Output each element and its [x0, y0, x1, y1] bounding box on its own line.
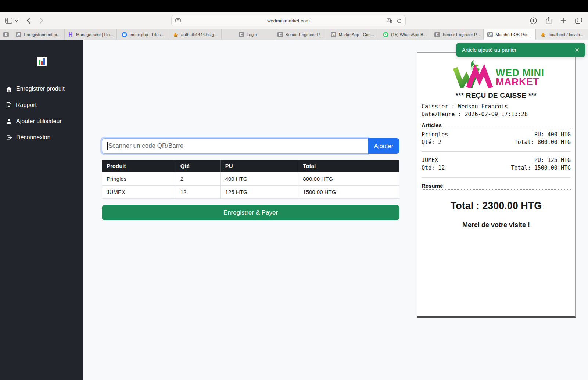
receipt-panel: WED MINI MARKET *** REÇU DE CAISSE *** C… [417, 52, 576, 318]
toast-message: Article ajouté au panier [462, 47, 516, 53]
svg-text:PMA: PMA [174, 36, 177, 37]
report-icon [6, 102, 12, 108]
tab-whatsapp[interactable]: (15) WhatsApp B... [379, 29, 431, 40]
receipt-item-line: JUMEX PU: 125 HTG [422, 157, 571, 164]
header-produit: Produit [102, 160, 176, 172]
tab-senior-engineer-2[interactable]: C Senior Engineer P... [431, 29, 484, 40]
cell-total: 1500.00 HTG [298, 186, 399, 199]
c-favicon: C [434, 32, 440, 37]
pos-content: Article ajouté au panier ✕ Ajouter Produ… [83, 40, 588, 380]
text-caret [107, 142, 108, 150]
table-header-row: Produit Qté PU Total [102, 160, 399, 172]
new-tab-icon[interactable] [560, 18, 566, 24]
sidebar-item-label: Enregistrer produit [16, 86, 65, 92]
cell-qte: 2 [176, 172, 220, 186]
receipt-title: *** REÇU DE CAISSE *** [422, 92, 571, 100]
receipt-total: Total : 2300.00 HTG [422, 200, 571, 212]
header-total: Total [298, 160, 399, 172]
tab-pinned-s[interactable]: S [0, 29, 12, 40]
sidebar-item-label: Rapport [16, 102, 37, 108]
header-qte: Qté [176, 160, 220, 172]
svg-text:文: 文 [390, 21, 392, 23]
svg-text:A: A [388, 19, 390, 22]
translate-icon[interactable]: A 文 [387, 18, 392, 23]
cell-produit: Pringles [102, 172, 176, 186]
receipt-cashier: Caissier : Wedson Francois [422, 103, 571, 110]
phpmyadmin-favicon: PMA [541, 32, 546, 37]
sidebar-item-label: Déconnexion [16, 134, 50, 141]
chevron-down-icon[interactable] [15, 19, 18, 22]
w-favicon: W [16, 32, 21, 37]
tab-localhost[interactable]: PMA localhost / localh... [536, 29, 588, 40]
sidebar-item-deconnexion[interactable]: Déconnexion [0, 129, 83, 146]
tab-index-php[interactable]: index.php - Files... [117, 29, 169, 40]
w-favicon: W [487, 32, 493, 37]
s-favicon: S [3, 32, 9, 37]
hostinger-favicon [68, 32, 74, 37]
cell-pu: 125 HTG [220, 186, 298, 199]
item-divider [422, 151, 571, 152]
tab-enregistrement[interactable]: W Enregistrement pr... [12, 29, 65, 40]
svg-text:MARKET: MARKET [496, 76, 539, 87]
c-favicon: C [277, 32, 283, 37]
wed-mini-market-logo: WED MINI MARKET [449, 59, 544, 88]
receipt-articles-label: Articles [422, 122, 571, 128]
cell-total: 800.00 HTG [298, 172, 399, 186]
receipt-thanks: Merci de votre visite ! [422, 221, 571, 229]
app-logo [37, 57, 47, 66]
scan-input-wrapper [102, 138, 368, 154]
back-icon[interactable] [26, 17, 31, 24]
receipt-summary-label: Résumé [422, 183, 571, 189]
forward-icon [39, 17, 43, 24]
svg-text:PMA: PMA [542, 36, 545, 37]
toast-close-icon[interactable]: ✕ [574, 47, 580, 53]
table-row: Pringles 2 400 HTG 800.00 HTG [102, 172, 399, 186]
macos-menubar [0, 0, 588, 12]
scan-input[interactable] [108, 139, 368, 153]
item-divider [422, 177, 571, 178]
cell-pu: 400 HTG [220, 172, 298, 186]
w-favicon: W [331, 32, 336, 37]
sidebar-item-label: Ajouter utilisateur [16, 118, 62, 125]
receipt-item-line: Pringles PU: 400 HTG [422, 131, 571, 138]
whatsapp-favicon [383, 32, 388, 37]
tab-strip: S W Enregistrement pr... Management | Ho… [0, 29, 588, 40]
tab-overview-icon[interactable] [575, 18, 582, 24]
tab-marche-pos-active[interactable]: W Marché POS Das... [484, 29, 536, 40]
dotted-divider [422, 189, 571, 190]
tab-auth-db[interactable]: PMA auth-db1444.hstg... [169, 29, 222, 40]
home-icon [6, 86, 12, 92]
tab-login[interactable]: C Login [222, 29, 274, 40]
cart-table: Produit Qté PU Total Pringles 2 400 HTG … [102, 160, 399, 199]
tab-management[interactable]: Management | Ho... [65, 29, 117, 40]
tab-senior-engineer-1[interactable]: C Senior Engineer P... [274, 29, 327, 40]
sidebar-item-ajouter-utilisateur[interactable]: Ajouter utilisateur [0, 113, 83, 129]
user-icon [6, 118, 12, 125]
cell-produit: JUMEX [102, 186, 176, 199]
browser-toolbar: wedminimarket.com A 文 [0, 12, 588, 29]
file-manager-favicon [122, 32, 127, 37]
tab-marketapp[interactable]: W MarketApp - Con... [326, 29, 379, 40]
toast-article-ajoute: Article ajouté au panier ✕ [456, 43, 585, 57]
dotted-divider [422, 129, 571, 129]
address-bar[interactable]: wedminimarket.com A 文 [171, 15, 406, 26]
reload-icon[interactable] [397, 18, 402, 24]
phpmyadmin-favicon: PMA [173, 32, 179, 37]
c-favicon: C [239, 32, 244, 37]
pay-button[interactable]: Enregistrer & Payer [102, 205, 399, 220]
table-row: JUMEX 12 125 HTG 1500.00 HTG [102, 186, 399, 199]
cell-qte: 12 [176, 186, 220, 199]
scan-row: Ajouter [102, 138, 399, 154]
page-settings-icon[interactable] [175, 18, 181, 23]
receipt-item-line: Qté: 2 Total: 800.00 HTG [422, 139, 571, 146]
url-text[interactable]: wedminimarket.com [191, 18, 386, 24]
add-button[interactable]: Ajouter [368, 138, 399, 154]
header-pu: PU [220, 160, 298, 172]
sidebar-item-enregistrer-produit[interactable]: Enregistrer produit [0, 81, 83, 97]
logout-icon [6, 135, 12, 141]
downloads-icon[interactable] [530, 17, 537, 24]
sidebar-toggle-icon[interactable] [5, 18, 12, 24]
sidebar-item-rapport[interactable]: Rapport [0, 97, 83, 113]
sidebar: Enregistrer produit Rapport Ajouter util… [0, 40, 83, 380]
share-icon[interactable] [546, 17, 552, 24]
